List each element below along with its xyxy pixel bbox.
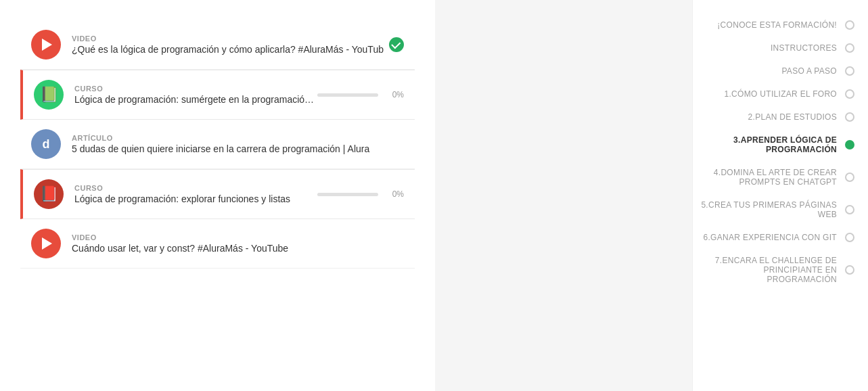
item-title: Lógica de programación: explorar funcion… <box>74 193 317 204</box>
sidebar-label: 7.ENCARA EL CHALLENGE DE PRINCIPIANTE EN… <box>700 256 837 284</box>
item-badge <box>389 37 404 52</box>
sidebar-dot <box>845 20 854 30</box>
sidebar-label: 2.PLAN DE ESTUDIOS <box>748 112 837 122</box>
sidebar-label: 3.APRENDER LÓGICA DE PROGRAMACIÓN <box>700 135 837 154</box>
item-info: CURSO Lógica de programación: explorar f… <box>74 184 317 204</box>
item-info: VIDEO Cuándo usar let, var y const? #Alu… <box>72 233 404 254</box>
sidebar-dot <box>845 43 854 53</box>
item-info: ARTÍCULO 5 dudas de quien quiere iniciar… <box>72 134 404 154</box>
sidebar-label: PASO A PASO <box>781 66 837 76</box>
sidebar-dot <box>845 140 854 150</box>
sidebar-dot <box>845 66 854 76</box>
sidebar-dot <box>845 233 854 242</box>
sidebar-item-7[interactable]: 5.CREA TUS PRIMERAS PÁGINAS WEB <box>693 193 868 226</box>
sidebar-label: INSTRUCTORES <box>771 43 837 53</box>
item-type: VIDEO <box>72 233 404 242</box>
item-title: Lógica de programación: sumérgete en la … <box>74 94 317 105</box>
list-item[interactable]: 📕 CURSO Lógica de programación: explorar… <box>20 169 415 219</box>
item-type: VIDEO <box>72 34 389 43</box>
sidebar-item-3[interactable]: 1.CÓMO UTILIZAR EL FORO <box>693 83 868 106</box>
sidebar-label: ¡CONOCE ESTA FORMACIÓN! <box>717 20 837 30</box>
sidebar-item-9[interactable]: 7.ENCARA EL CHALLENGE DE PRINCIPIANTE EN… <box>693 249 868 291</box>
sidebar-label: 4.DOMINA EL ARTE DE CREAR PROMPTS EN CHA… <box>700 168 837 187</box>
item-type: CURSO <box>74 184 317 192</box>
play-icon <box>31 229 61 258</box>
sidebar-item-2[interactable]: PASO A PASO <box>693 60 868 83</box>
item-title: Cuándo usar let, var y const? #AluraMás … <box>72 243 404 254</box>
sidebar: ¡CONOCE ESTA FORMACIÓN! INSTRUCTORES PAS… <box>692 0 868 391</box>
item-progress: 0% <box>317 90 404 99</box>
sidebar-label: 1.CÓMO UTILIZAR EL FORO <box>725 89 837 99</box>
article-icon: d <box>31 129 61 159</box>
sidebar-label: 5.CREA TUS PRIMERAS PÁGINAS WEB <box>700 200 837 219</box>
content-list: VIDEO ¿Qué es la lógica de programación … <box>20 20 415 269</box>
book2-icon: 📕 <box>34 179 64 209</box>
sidebar-item-6[interactable]: 4.DOMINA EL ARTE DE CREAR PROMPTS EN CHA… <box>693 161 868 193</box>
sidebar-nav: ¡CONOCE ESTA FORMACIÓN! INSTRUCTORES PAS… <box>693 14 868 291</box>
sidebar-dot <box>845 172 854 182</box>
item-title: ¿Qué es la lógica de programación y cómo… <box>72 44 389 55</box>
sidebar-dot <box>845 89 854 99</box>
item-type: ARTÍCULO <box>72 134 404 142</box>
progress-bar <box>317 193 378 196</box>
item-progress: 0% <box>317 189 404 199</box>
item-title: 5 dudas de quien quiere iniciarse en la … <box>72 143 404 154</box>
sidebar-dot <box>845 265 854 275</box>
list-item[interactable]: d ARTÍCULO 5 dudas de quien quiere inici… <box>20 120 415 169</box>
completed-badge <box>389 37 404 52</box>
progress-label: 0% <box>385 189 404 199</box>
play-icon <box>31 30 61 60</box>
sidebar-item-0[interactable]: ¡CONOCE ESTA FORMACIÓN! <box>693 14 868 37</box>
list-item[interactable]: 📗 CURSO Lógica de programación: sumérget… <box>20 70 415 120</box>
book-icon: 📗 <box>34 80 64 110</box>
sidebar-item-5[interactable]: 3.APRENDER LÓGICA DE PROGRAMACIÓN <box>693 129 868 161</box>
sidebar-label: 6.GANAR EXPERIENCIA CON GIT <box>704 233 837 242</box>
list-item[interactable]: VIDEO ¿Qué es la lógica de programación … <box>20 20 415 70</box>
sidebar-item-1[interactable]: INSTRUCTORES <box>693 37 868 60</box>
progress-bar <box>317 93 378 97</box>
sidebar-item-4[interactable]: 2.PLAN DE ESTUDIOS <box>693 106 868 129</box>
item-info: VIDEO ¿Qué es la lógica de programación … <box>72 34 389 55</box>
item-info: CURSO Lógica de programación: sumérgete … <box>74 85 317 105</box>
sidebar-dot <box>845 205 854 214</box>
item-type: CURSO <box>74 85 317 93</box>
intro-text <box>20 0 415 20</box>
sidebar-dot <box>845 112 854 122</box>
list-item[interactable]: VIDEO Cuándo usar let, var y const? #Alu… <box>20 219 415 269</box>
sidebar-item-8[interactable]: 6.GANAR EXPERIENCIA CON GIT <box>693 226 868 249</box>
progress-label: 0% <box>385 90 404 99</box>
